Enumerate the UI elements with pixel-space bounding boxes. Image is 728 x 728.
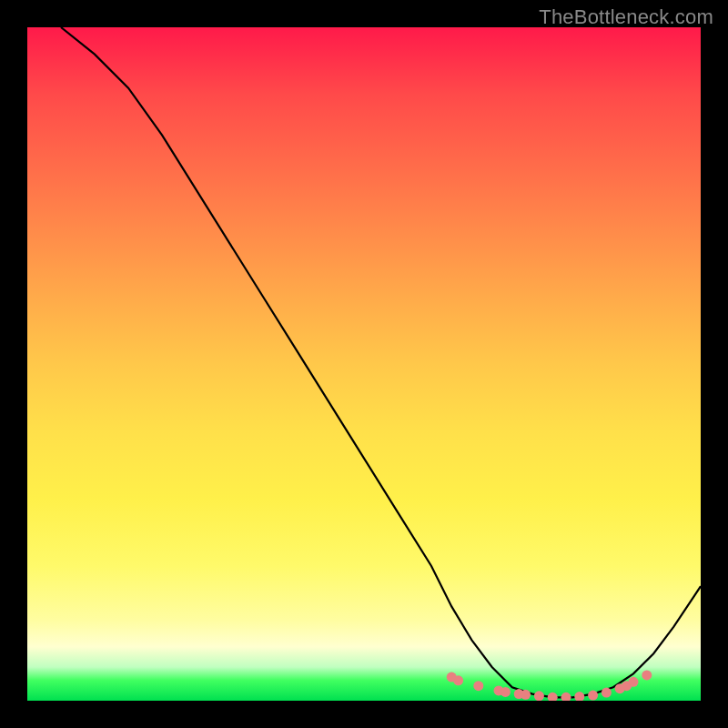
sweet-spot-dot	[588, 691, 598, 701]
sweet-spot-dot	[521, 690, 531, 700]
chart-plot-area	[27, 27, 701, 701]
sweet-spot-dot	[500, 687, 511, 697]
sweet-spot-dot	[473, 681, 483, 691]
sweet-spot-dot	[561, 693, 571, 701]
sweet-spot-dots	[447, 670, 652, 701]
sweet-spot-dot	[453, 675, 463, 685]
sweet-spot-dot	[642, 670, 652, 680]
bottleneck-curve	[61, 27, 701, 697]
watermark-text: TheBottleneck.com	[539, 5, 713, 29]
sweet-spot-dot	[534, 691, 544, 701]
sweet-spot-dot	[574, 692, 584, 701]
sweet-spot-dot	[602, 688, 612, 698]
sweet-spot-dot	[548, 693, 558, 701]
chart-svg	[27, 27, 701, 701]
sweet-spot-dot	[629, 677, 639, 687]
